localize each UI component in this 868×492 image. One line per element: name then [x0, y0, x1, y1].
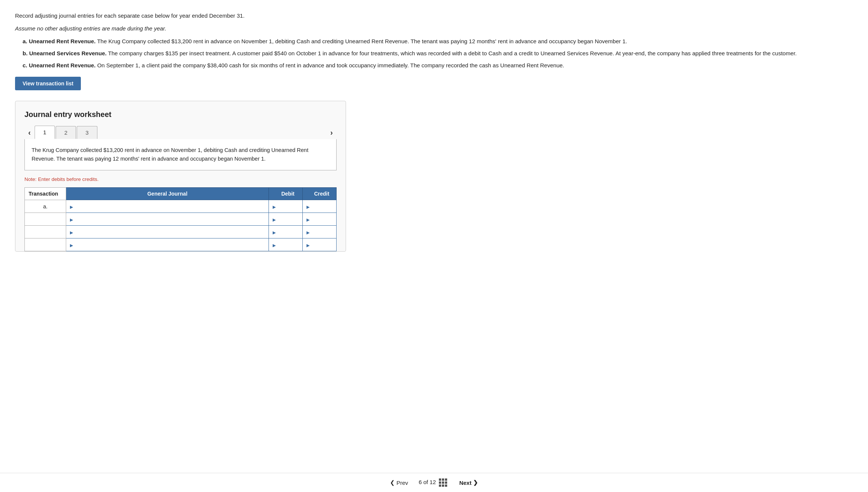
debit-input-3[interactable]: ▶	[269, 226, 303, 238]
table-row: ▶ ▶ ▶	[25, 226, 337, 238]
table-row: a. ▶ ▶ ▶	[25, 200, 337, 213]
gj-triangle-left: ▶	[143, 192, 146, 197]
item-a-label: a. Unearned Rent Revenue.	[23, 38, 96, 44]
of-label: of	[423, 479, 430, 485]
tab-left-arrow[interactable]: ‹	[24, 126, 35, 139]
next-button[interactable]: Next ❯	[459, 479, 478, 486]
credit-input-3[interactable]: ▶	[303, 226, 337, 238]
item-c-label: c. Unearned Rent Revenue.	[23, 62, 96, 68]
current-page: 6	[419, 479, 422, 485]
journal-input-3[interactable]: ▶	[66, 226, 269, 238]
table-row: ▶ ▶ ▶	[25, 213, 337, 226]
item-c-bold: Unearned Rent Revenue.	[29, 62, 96, 68]
table-row: ▶ ▶ ▶	[25, 238, 337, 251]
next-label: Next	[459, 480, 472, 486]
journal-input-4[interactable]: ▶	[66, 238, 269, 251]
tab-3[interactable]: 3	[77, 126, 97, 139]
tab-1[interactable]: 1	[35, 126, 55, 139]
transaction-cell-3	[25, 226, 66, 238]
gj-triangle-right: ▶	[189, 192, 192, 197]
journal-entry-worksheet: Journal entry worksheet ‹ 1 2 3 › The Kr…	[15, 101, 346, 252]
item-b-label: b. Unearned Services Revenue.	[23, 50, 106, 56]
col-header-transaction: Transaction	[25, 188, 66, 200]
list-item-b: b. Unearned Services Revenue. The compan…	[23, 49, 853, 58]
debit-input-4[interactable]: ▶	[269, 238, 303, 251]
item-b-text: The company charges $135 per insect trea…	[106, 50, 797, 56]
credit-triangle: ▶	[310, 192, 313, 197]
tab-right-arrow[interactable]: ›	[326, 126, 337, 139]
credit-input-a[interactable]: ▶	[303, 200, 337, 213]
instruction-line2: Assume no other adjusting entries are ma…	[15, 24, 853, 33]
list-item-a: a. Unearned Rent Revenue. The Krug Compa…	[23, 37, 853, 46]
col-header-debit: ▶ Debit	[269, 188, 303, 200]
col-header-general-journal: ▶ General Journal ▶	[66, 188, 269, 200]
scenario-description: The Krug Company collected $13,200 rent …	[24, 139, 337, 170]
prev-button[interactable]: ❮ Prev	[390, 479, 408, 486]
instructions-block: Record adjusting journal entries for eac…	[15, 11, 853, 70]
journal-input-2[interactable]: ▶	[66, 213, 269, 226]
instruction-line1: Record adjusting journal entries for eac…	[15, 11, 853, 20]
transaction-cell-2	[25, 213, 66, 226]
item-a-text: The Krug Company collected $13,200 rent …	[96, 38, 627, 44]
total-pages: 12	[429, 479, 436, 485]
item-b-bold: Unearned Services Revenue.	[29, 50, 107, 56]
journal-input-a[interactable]: ▶	[66, 200, 269, 213]
debit-input-2[interactable]: ▶	[269, 213, 303, 226]
list-item-c: c. Unearned Rent Revenue. On September 1…	[23, 61, 853, 70]
journal-table: Transaction ▶ General Journal ▶ ▶ Debit …	[24, 187, 337, 251]
transaction-cell-a: a.	[25, 200, 66, 213]
item-a-bold: Unearned Rent Revenue.	[29, 38, 96, 44]
credit-input-4[interactable]: ▶	[303, 238, 337, 251]
transaction-cell-4	[25, 238, 66, 251]
bottom-navigation: ❮ Prev 6 of 12 Next ❯	[0, 473, 868, 492]
item-c-text: On September 1, a client paid the compan…	[96, 62, 564, 68]
page-info: 6 of 12	[419, 478, 449, 487]
debit-triangle: ▶	[277, 192, 280, 197]
prev-label: Prev	[396, 480, 408, 486]
worksheet-title: Journal entry worksheet	[24, 110, 337, 119]
tabs-row: ‹ 1 2 3 ›	[24, 126, 337, 139]
next-chevron-icon: ❯	[473, 479, 478, 486]
instruction-list: a. Unearned Rent Revenue. The Krug Compa…	[15, 37, 853, 70]
debit-input-a[interactable]: ▶	[269, 200, 303, 213]
prev-chevron-icon: ❮	[390, 479, 395, 486]
credit-input-2[interactable]: ▶	[303, 213, 337, 226]
table-header-row: Transaction ▶ General Journal ▶ ▶ Debit …	[25, 188, 337, 200]
col-header-credit: ▶ Credit	[303, 188, 337, 200]
tab-2[interactable]: 2	[56, 126, 76, 139]
view-transaction-list-button[interactable]: View transaction list	[15, 77, 81, 90]
note-text: Note: Enter debits before credits.	[24, 176, 337, 182]
grid-icon[interactable]	[439, 478, 447, 487]
